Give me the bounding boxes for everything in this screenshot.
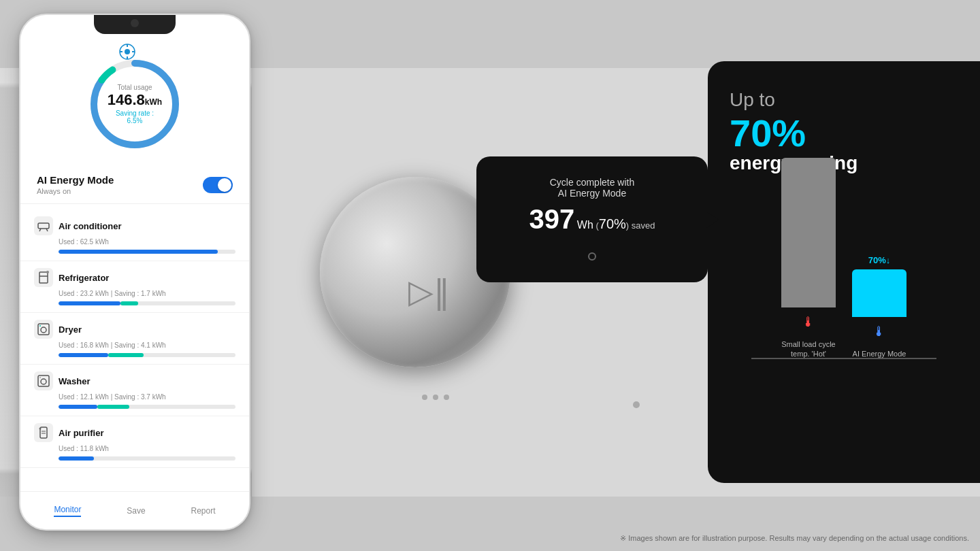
toggle-thumb bbox=[218, 178, 231, 192]
progress-bar-washer bbox=[59, 405, 235, 409]
appliance-header: Dryer bbox=[34, 320, 235, 339]
bar-chart: 🌡 Small load cycletemp. 'Hot' 70%↓ 🌡 AI … bbox=[730, 196, 958, 386]
total-usage-value: 146.8kWh bbox=[108, 93, 162, 107]
svg-rect-21 bbox=[40, 427, 47, 438]
appliance-header: Washer bbox=[34, 371, 235, 390]
progress-fill-washer bbox=[59, 405, 97, 409]
progress-saving-dryer bbox=[108, 353, 144, 357]
list-item: Air conditioner Used : 62.5 kWh bbox=[20, 210, 249, 261]
appliance-name-washer: Washer bbox=[59, 376, 90, 386]
progress-bar-ac bbox=[59, 250, 235, 254]
phone-screen: Total usage 146.8kWh Saving rate : 6.5% … bbox=[20, 15, 249, 529]
energy-panel-title: energy saving bbox=[730, 152, 958, 174]
saving-rate: Saving rate : 6.5% bbox=[108, 110, 162, 124]
energy-panel: Up to 70% energy saving 🌡 Small load cyc… bbox=[708, 61, 980, 483]
appliance-stats-washer: Used : 12.1 kWh | Saving : 3.7 kWh bbox=[34, 393, 235, 401]
appliance-icon-purifier bbox=[34, 423, 53, 442]
progress-bar-fridge bbox=[59, 301, 235, 305]
saved-pct: 70% bbox=[599, 216, 626, 231]
appliance-header: Refrigerator bbox=[34, 268, 235, 287]
info-card-line1: Cycle complete with AI Energy Mode bbox=[495, 177, 689, 199]
bottom-nav: Monitor Save Report bbox=[20, 491, 249, 529]
dot-3 bbox=[444, 395, 449, 400]
appliance-icon-washer bbox=[34, 371, 53, 390]
bar-gray bbox=[781, 158, 836, 307]
progress-fill-purifier bbox=[59, 456, 94, 461]
nav-report[interactable]: Report bbox=[191, 506, 216, 516]
bar-cyan bbox=[852, 269, 906, 317]
saved-suffix: saved bbox=[632, 220, 655, 231]
saved-unit: Wh bbox=[577, 219, 593, 231]
progress-bar-dryer bbox=[59, 353, 235, 357]
chart-baseline bbox=[751, 358, 936, 359]
svg-rect-12 bbox=[39, 272, 48, 283]
svg-point-19 bbox=[41, 379, 46, 384]
svg-point-14 bbox=[46, 271, 49, 273]
energy-panel-percentage: 70% bbox=[730, 114, 958, 152]
svg-point-20 bbox=[39, 377, 41, 378]
bar-column-left: 🌡 Small load cycletemp. 'Hot' bbox=[781, 158, 836, 359]
saved-value: 397 bbox=[529, 204, 574, 234]
progress-fill-dryer bbox=[59, 353, 108, 357]
app-icon bbox=[119, 44, 135, 60]
appliance-stats-dryer: Used : 16.8 kWh | Saving : 4.1 kWh bbox=[34, 341, 235, 349]
progress-saving-washer bbox=[97, 405, 129, 409]
ai-mode-text: AI Energy Mode Always on bbox=[37, 174, 114, 195]
ai-mode-subtitle: Always on bbox=[37, 187, 114, 195]
list-item: Refrigerator Used : 23.2 kWh | Saving : … bbox=[20, 261, 249, 313]
list-item: Washer Used : 12.1 kWh | Saving : 3.7 kW… bbox=[20, 365, 249, 416]
progress-bar-purifier bbox=[59, 456, 235, 461]
usage-unit: kWh bbox=[145, 97, 162, 107]
svg-point-16 bbox=[41, 327, 46, 333]
progress-fill-fridge bbox=[59, 301, 120, 305]
energy-panel-header: Up to 70% energy saving bbox=[730, 88, 958, 174]
dots-indicator bbox=[422, 395, 449, 400]
appliance-icon-ac bbox=[34, 216, 53, 235]
appliance-name-purifier: Air purifier bbox=[59, 428, 103, 438]
bar-wrapper-left bbox=[781, 158, 836, 307]
thermometer-blue-icon: 🌡 bbox=[872, 324, 886, 339]
total-usage-label: Total usage bbox=[108, 84, 162, 91]
list-item: Air purifier Used : 11.8 kWh bbox=[20, 416, 249, 468]
appliance-header: Air purifier bbox=[34, 423, 235, 442]
thermometer-red-icon: 🌡 bbox=[802, 314, 815, 330]
ai-mode-section: AI Energy Mode Always on bbox=[20, 166, 249, 204]
bar-pct-badge: 70%↓ bbox=[868, 255, 891, 265]
info-card: Cycle complete with AI Energy Mode 397 W… bbox=[476, 156, 708, 282]
nav-save[interactable]: Save bbox=[127, 506, 145, 516]
dot-1 bbox=[422, 395, 427, 400]
svg-point-22 bbox=[39, 428, 42, 430]
progress-fill-ac bbox=[59, 250, 218, 254]
info-line2: AI Energy Mode bbox=[558, 188, 626, 199]
bar-column-right: 70%↓ 🌡 AI Energy Mode bbox=[852, 255, 906, 358]
chart-center: Total usage 146.8kWh Saving rate : 6.5% bbox=[108, 84, 162, 124]
nav-save-label: Save bbox=[127, 506, 145, 516]
svg-rect-9 bbox=[38, 223, 49, 229]
energy-panel-prefix: Up to bbox=[730, 88, 958, 112]
appliance-header: Air conditioner bbox=[34, 216, 235, 235]
usage-chart-area: Total usage 146.8kWh Saving rate : 6.5% bbox=[20, 39, 249, 166]
circular-chart: Total usage 146.8kWh Saving rate : 6.5% bbox=[84, 53, 186, 155]
appliance-list: Air conditioner Used : 62.5 kWh Refriger… bbox=[20, 204, 249, 503]
info-line1: Cycle complete with bbox=[550, 177, 635, 188]
appliance-stats-purifier: Used : 11.8 kWh bbox=[34, 445, 235, 452]
appliance-name-ac: Air conditioner bbox=[59, 221, 121, 231]
nav-monitor[interactable]: Monitor bbox=[54, 505, 81, 517]
info-card-saved: 397 Wh (70%) saved bbox=[495, 204, 689, 235]
play-pause-icon: ▷‖ bbox=[408, 272, 450, 310]
nav-report-label: Report bbox=[191, 506, 216, 516]
phone-camera bbox=[131, 19, 139, 27]
appliance-icon-dryer bbox=[34, 320, 53, 339]
dot-2 bbox=[433, 395, 438, 400]
nav-monitor-label: Monitor bbox=[54, 505, 81, 514]
appliance-name-dryer: Dryer bbox=[59, 324, 82, 335]
list-item: Dryer Used : 16.8 kWh | Saving : 4.1 kWh bbox=[20, 313, 249, 365]
appliance-icon-fridge bbox=[34, 268, 53, 287]
circle-indicator bbox=[588, 252, 596, 261]
appliance-stats-fridge: Used : 23.2 kWh | Saving : 1.7 kWh bbox=[34, 290, 235, 297]
ai-mode-title: AI Energy Mode bbox=[37, 174, 114, 186]
disclaimer-text: ※ Images shown are for illustration purp… bbox=[620, 534, 969, 543]
svg-point-17 bbox=[39, 325, 41, 327]
phone-mockup: Total usage 146.8kWh Saving rate : 6.5% … bbox=[19, 14, 250, 531]
ai-mode-toggle[interactable] bbox=[203, 177, 233, 193]
